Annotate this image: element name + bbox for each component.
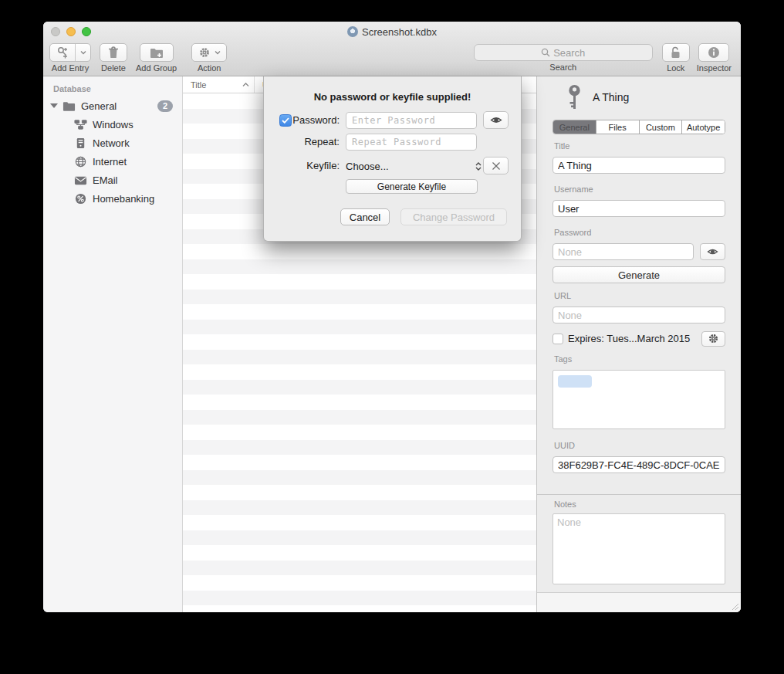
resize-grip[interactable] xyxy=(730,601,739,611)
expires-settings-button[interactable] xyxy=(701,331,725,347)
add-group-button[interactable] xyxy=(140,43,174,62)
generate-password-button[interactable]: Generate xyxy=(553,266,725,283)
sidebar-item-windows[interactable]: Windows xyxy=(43,115,182,134)
inspector-tabs: General Files Custom Autotype xyxy=(553,120,725,134)
sheet-password-label: Password: xyxy=(270,114,340,126)
sidebar-item-email[interactable]: EMail xyxy=(43,171,182,189)
desktop: Screenshot.kdbx xyxy=(0,0,784,674)
sidebar-item-label: Network xyxy=(93,137,130,149)
search-icon xyxy=(541,48,550,57)
tags-label: Tags xyxy=(554,354,724,364)
toolbar: Add Entry Delete xyxy=(43,42,741,76)
sheet-repeat-label: Repeat: xyxy=(270,136,340,147)
password-input[interactable] xyxy=(553,243,694,260)
search-input[interactable]: Search xyxy=(474,44,653,61)
username-input[interactable] xyxy=(553,200,725,217)
change-password-button[interactable]: Change Password xyxy=(400,208,507,225)
sidebar-item-homebanking[interactable]: Homebanking xyxy=(43,189,182,208)
action-item: Action xyxy=(191,43,227,73)
globe-icon xyxy=(74,155,87,168)
column-header-title[interactable]: Title xyxy=(183,76,255,93)
sidebar-item-network[interactable]: Network xyxy=(43,134,182,152)
keyfile-select[interactable]: Choose... xyxy=(346,157,482,174)
sheet-reveal-password-button[interactable] xyxy=(483,111,509,129)
action-button[interactable] xyxy=(191,43,227,62)
title-input[interactable] xyxy=(553,157,725,174)
uuid-input[interactable] xyxy=(553,456,725,473)
username-label: Username xyxy=(554,185,724,194)
disclosure-triangle-icon[interactable] xyxy=(50,103,58,108)
title-label: Title xyxy=(554,141,724,151)
sidebar-item-label: Windows xyxy=(93,119,133,130)
tags-box[interactable] xyxy=(553,370,725,429)
expires-checkbox[interactable] xyxy=(553,334,563,344)
delete-item: Delete xyxy=(100,43,127,73)
sidebar-item-internet[interactable]: Internet xyxy=(43,152,182,171)
chevron-down-icon xyxy=(215,50,221,55)
app-window: Screenshot.kdbx xyxy=(43,22,741,612)
sidebar-item-label: Homebanking xyxy=(93,193,154,205)
delete-button[interactable] xyxy=(100,43,127,62)
stepper-icon xyxy=(475,162,482,171)
sheet-repeat-input[interactable] xyxy=(346,134,477,151)
add-entry-button[interactable] xyxy=(49,43,91,62)
sidebar-item-label: Internet xyxy=(93,156,127,168)
add-group-item: Add Group xyxy=(136,43,177,73)
keyfile-value: Choose... xyxy=(346,161,389,172)
inspector-panel: A Thing General Files Custom Autotype Ti… xyxy=(536,76,741,612)
add-entry-label: Add Entry xyxy=(52,63,89,73)
folder-icon xyxy=(63,100,76,113)
gear-icon xyxy=(708,333,719,344)
trash-icon xyxy=(108,46,119,59)
add-entry-item: Add Entry xyxy=(49,43,91,73)
inspector-item: Inspector xyxy=(697,43,732,73)
percent-icon xyxy=(74,192,87,205)
tab-general[interactable]: General xyxy=(553,120,596,134)
action-label: Action xyxy=(198,63,221,73)
tab-files[interactable]: Files xyxy=(596,120,640,134)
eye-icon xyxy=(490,115,502,125)
eye-icon xyxy=(707,247,718,256)
generate-keyfile-button[interactable]: Generate Keyfile xyxy=(346,179,478,194)
inspector-footer xyxy=(537,592,741,612)
window-title: Screenshot.kdbx xyxy=(362,26,437,38)
lock-item: Lock xyxy=(662,43,690,73)
envelope-icon xyxy=(74,174,87,187)
delete-label: Delete xyxy=(101,63,126,73)
windows-network-icon xyxy=(74,118,87,131)
tag-token[interactable] xyxy=(558,375,592,388)
add-group-label: Add Group xyxy=(136,63,177,73)
sheet-message: No password or keyfile supplied! xyxy=(264,91,521,103)
search-item: Search Search xyxy=(474,43,653,72)
tab-custom[interactable]: Custom xyxy=(640,120,683,134)
entry-header: A Thing xyxy=(553,84,725,110)
window-header: Screenshot.kdbx xyxy=(43,22,741,76)
uuid-label: UUID xyxy=(554,441,724,450)
folder-plus-icon xyxy=(150,47,164,59)
search-placeholder: Search xyxy=(553,47,585,59)
inspector-button[interactable] xyxy=(698,43,729,62)
entry-title: A Thing xyxy=(593,91,629,103)
tab-autotype[interactable]: Autotype xyxy=(682,120,725,134)
reveal-password-button[interactable] xyxy=(700,243,725,260)
sidebar-item-label: General xyxy=(81,100,117,112)
clear-keyfile-button[interactable] xyxy=(483,157,509,174)
sheet-keyfile-label: Keyfile: xyxy=(270,160,340,171)
url-input[interactable] xyxy=(553,307,725,323)
notes-textarea[interactable] xyxy=(553,513,725,584)
titlebar: Screenshot.kdbx xyxy=(43,22,741,42)
sort-ascending-icon xyxy=(242,83,249,87)
sidebar-item-general[interactable]: General 2 xyxy=(43,97,182,115)
chevron-down-icon xyxy=(80,50,86,55)
server-icon xyxy=(74,137,87,150)
info-icon xyxy=(708,46,720,59)
divider xyxy=(537,494,741,495)
change-password-sheet: No password or keyfile supplied! Passwor… xyxy=(263,76,522,242)
notes-label: Notes xyxy=(554,500,724,509)
sheet-password-input[interactable] xyxy=(346,112,477,129)
expires-label: Expires: Tues...March 2015 xyxy=(568,333,690,344)
cancel-button[interactable]: Cancel xyxy=(340,208,390,225)
lock-button[interactable] xyxy=(662,43,690,62)
sidebar-item-label: EMail xyxy=(93,174,118,186)
sidebar: Database General 2 Windows xyxy=(43,76,183,612)
